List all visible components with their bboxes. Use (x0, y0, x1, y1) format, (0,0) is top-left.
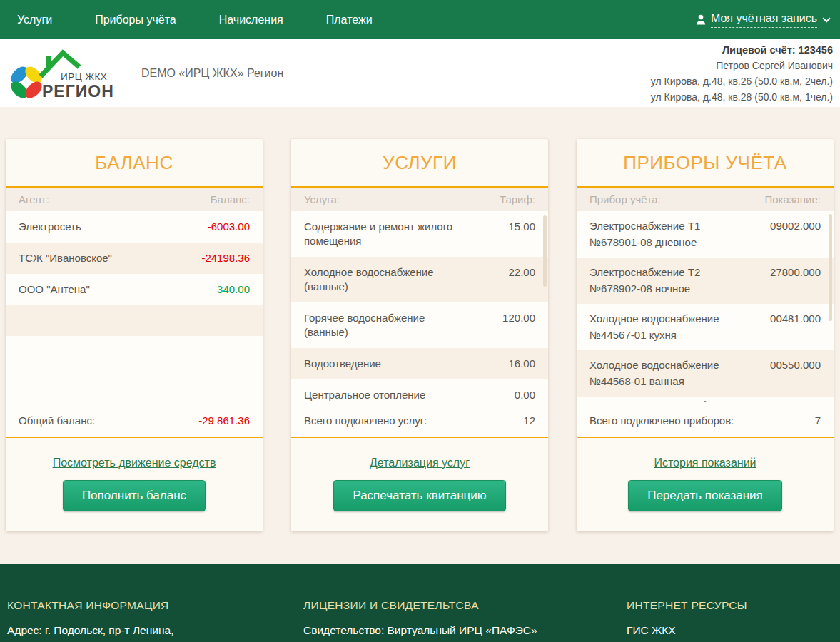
meters-total-row: Всего подключено приборов: 7 (577, 404, 834, 438)
top-nav: Услуги Приборы учёта Начисления Платежи … (0, 0, 840, 39)
top-up-balance-button[interactable]: Пополнить баланс (63, 480, 206, 511)
table-row: Холодное водоснабжение№44568-01 ванная00… (577, 350, 834, 397)
total-label: Всего подключено услуг: (304, 414, 427, 427)
row-value: 0.00 (515, 388, 535, 402)
nav-item-services[interactable]: Услуги (17, 14, 52, 26)
clipped-row-text: - (704, 398, 707, 404)
row-name: Центральное отопление (304, 388, 425, 402)
meters-card: ПРИБОРЫ УЧЁТА Прибор учёта: Показание: Э… (577, 139, 834, 531)
services-table-header: Услуга: Тариф: (291, 188, 548, 211)
table-row: ООО "Антена"340.00 (6, 274, 263, 305)
row-value: 340.00 (217, 282, 250, 297)
table-row: ТСЖ "Ивановское"-24198.36 (6, 243, 263, 274)
table-row: Центральное отопление0.00 (291, 379, 548, 404)
account-menu[interactable]: Моя учётная запись (696, 12, 828, 28)
nav-item-payments[interactable]: Платежи (326, 14, 373, 26)
site-header: ИРЦ ЖКХ РЕГИОН DEMO «ИРЦ ЖКХ» Регион Лиц… (0, 39, 840, 107)
table-row: - (577, 397, 834, 404)
page-title: DEMO «ИРЦ ЖКХ» Регион (141, 67, 283, 80)
balance-card-footer: Посмотреть движение средств Пополнить ба… (6, 438, 263, 531)
table-row: Водоотведение16.00 (291, 348, 548, 379)
meters-card-footer: История показаний Передать показания (577, 438, 834, 531)
nav-item-accruals[interactable]: Начисления (219, 14, 283, 26)
balance-card-title: БАЛАНС (6, 139, 263, 188)
row-name: ООО "Антена" (19, 282, 90, 297)
row-value: 16.00 (508, 357, 535, 371)
main-content: БАЛАНС Агент: Баланс: Электросеть-6003.0… (0, 107, 840, 564)
row-value: 22.00 (508, 265, 535, 280)
chevron-down-icon (822, 14, 830, 22)
row-value: -24198.36 (201, 251, 250, 265)
row-value: 120.00 (502, 311, 535, 325)
footer-heading: ЛИЦЕНЗИИ И СВИДЕТЕЛЬТСВА (303, 599, 627, 612)
row-value: 00550.000 (770, 358, 821, 372)
view-money-flow-link[interactable]: Посмотреть движение средств (53, 457, 216, 469)
table-row: Электросеть-6003.00 (6, 211, 263, 243)
services-detail-link[interactable]: Детализация услуг (370, 457, 470, 469)
row-name: Электроснабжение Т2№678902-08 ночное (589, 265, 700, 296)
column-header: Баланс: (211, 193, 250, 205)
svg-text:ИРЦ ЖКХ: ИРЦ ЖКХ (61, 71, 107, 82)
balance-total-row: Общий баланс: -29 861.36 (6, 404, 263, 438)
services-card: УСЛУГИ Услуга: Тариф: Содержание и ремон… (291, 139, 548, 531)
balance-table: Электросеть-6003.00ТСЖ "Ивановское"-2419… (6, 211, 263, 404)
column-header: Показание: (764, 193, 821, 205)
table-row: Электроснабжение Т1№678901-08 дневное090… (577, 211, 834, 258)
services-table: Содержание и ремонт жилого помещения15.0… (291, 211, 548, 404)
services-card-footer: Детализация услуг Распечатать квитанцию (291, 438, 548, 531)
nav-item-meters[interactable]: Приборы учёта (95, 14, 176, 26)
row-name: Холодное водоснабжение (ванные) (304, 265, 472, 294)
total-value: 7 (815, 414, 821, 427)
row-name: Содержание и ремонт жилого помещения (304, 220, 472, 248)
row-value: 27800.000 (770, 265, 821, 280)
total-label: Общий баланс: (19, 414, 95, 427)
row-name: Холодное водоснабжение№44567-01 кухня (589, 312, 719, 342)
row-name: Холодное водоснабжение№44568-01 ванная (589, 358, 719, 389)
meters-card-title: ПРИБОРЫ УЧЁТА (577, 139, 834, 188)
column-header: Прибор учёта: (589, 193, 661, 205)
scrollbar-thumb[interactable] (543, 215, 547, 287)
site-footer: КОНТАКТНАЯ ИНФОРМАЦИЯ Адрес: г. Подольск… (0, 564, 840, 642)
row-value: -6003.00 (208, 220, 250, 234)
account-address-2: ул Кирова, д.48, кв.28 (50.0 кв.м, 1чел.… (651, 89, 833, 105)
table-row: Холодное водоснабжение (ванные)22.00 (291, 257, 548, 302)
logo-pinwheel-icon (8, 63, 45, 101)
readings-history-link[interactable]: История показаний (654, 457, 756, 469)
footer-certificate: Свидетельство: Виртуальный ИРЦ «ПАФЭС» (303, 624, 627, 637)
svg-text:РЕГИОН: РЕГИОН (42, 82, 114, 101)
column-header: Агент: (19, 193, 49, 205)
print-receipt-button[interactable]: Распечатать квитанцию (333, 480, 505, 511)
total-value: 12 (523, 414, 535, 427)
gis-zhkh-link[interactable]: ГИС ЖКХ (627, 624, 676, 637)
footer-heading: ИНТЕРНЕТ РЕСУРСЫ (627, 599, 833, 612)
services-card-title: УСЛУГИ (291, 139, 548, 188)
account-address-1: ул Кирова, д.48, кв.26 (50.0 кв.м, 2чел.… (651, 73, 833, 89)
table-row: Содержание и ремонт жилого помещения15.0… (291, 211, 548, 257)
column-header: Тариф: (500, 193, 535, 205)
column-header: Услуга: (304, 193, 340, 205)
footer-licenses-column: ЛИЦЕНЗИИ И СВИДЕТЕЛЬТСВА Свидетельство: … (303, 599, 627, 642)
footer-heading: КОНТАКТНАЯ ИНФОРМАЦИЯ (7, 599, 303, 612)
meters-table: Электроснабжение Т1№678901-08 дневное090… (577, 211, 834, 404)
submit-readings-button[interactable]: Передать показания (628, 480, 782, 511)
user-icon (696, 14, 706, 25)
row-name: Электроснабжение Т1№678901-08 дневное (589, 219, 700, 250)
scrollbar-thumb[interactable] (829, 214, 832, 321)
services-total-row: Всего подключено услуг: 12 (291, 404, 548, 438)
table-row: Холодное водоснабжение№44567-01 кухня004… (577, 304, 834, 350)
row-value: 15.00 (508, 220, 535, 234)
footer-address: Адрес: г. Подольск, пр-т Ленина, (7, 624, 303, 637)
table-row (6, 305, 263, 336)
balance-card: БАЛАНС Агент: Баланс: Электросеть-6003.0… (6, 139, 263, 531)
row-name: Электросеть (19, 220, 81, 234)
total-label: Всего подключено приборов: (589, 414, 734, 427)
row-name: Горячее водоснабжение (ванные) (304, 311, 472, 340)
account-holder-name: Петров Сергей Иванович (651, 58, 833, 73)
table-row: Электроснабжение Т2№678902-08 ночное2780… (577, 258, 834, 304)
row-value: 00481.000 (770, 312, 821, 326)
row-name: ТСЖ "Ивановское" (19, 251, 112, 265)
account-menu-label: Моя учётная запись (711, 12, 817, 28)
account-number: Лицевой счёт: 123456 (651, 42, 833, 58)
table-row: Горячее водоснабжение (ванные)120.00 (291, 302, 548, 348)
footer-resources-column: ИНТЕРНЕТ РЕСУРСЫ ГИС ЖКХ (627, 599, 833, 642)
